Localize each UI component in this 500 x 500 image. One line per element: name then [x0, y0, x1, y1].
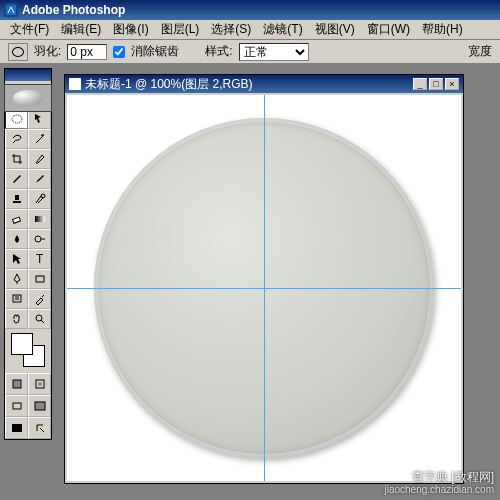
antialias-label: 消除锯齿 — [131, 43, 179, 60]
document-icon — [69, 78, 81, 90]
color-swatches — [5, 329, 51, 373]
style-label: 样式: — [205, 43, 232, 60]
document-window: 未标题-1 @ 100%(图层 2,RGB) _ □ × — [64, 74, 464, 484]
screen-mode-1[interactable] — [5, 395, 28, 417]
svg-rect-19 — [13, 403, 21, 409]
marquee-shape-button[interactable] — [8, 43, 28, 61]
minimize-button[interactable]: _ — [413, 78, 427, 90]
brush-tool[interactable] — [28, 169, 51, 189]
feather-label: 羽化: — [34, 43, 61, 60]
svg-point-7 — [35, 236, 41, 242]
menu-edit[interactable]: 编辑(E) — [55, 19, 107, 40]
toolbox-titlebar[interactable] — [5, 69, 51, 81]
eraser-tool[interactable] — [5, 209, 28, 229]
foreground-color[interactable] — [11, 333, 33, 355]
watermark-main: 查字典 [教程网] — [384, 470, 494, 484]
canvas[interactable] — [67, 95, 461, 481]
menu-view[interactable]: 视图(V) — [309, 19, 361, 40]
screen-mode-3[interactable] — [5, 417, 28, 439]
workspace: T 未标题-1 @ 100%(图层 2,RGB) _ □ — [0, 64, 500, 500]
heal-tool[interactable] — [5, 169, 28, 189]
app-titlebar: Adobe Photoshop — [0, 0, 500, 20]
wand-tool[interactable] — [28, 129, 51, 149]
jump-to[interactable] — [28, 417, 51, 439]
svg-rect-5 — [12, 217, 20, 223]
svg-line-15 — [41, 320, 44, 323]
menu-select[interactable]: 选择(S) — [205, 19, 257, 40]
toolbox: T — [4, 68, 52, 440]
hand-tool[interactable] — [5, 309, 28, 329]
antialias-checkbox[interactable] — [113, 46, 125, 58]
eyedropper-tool[interactable] — [28, 289, 51, 309]
app-icon — [4, 3, 18, 17]
width-label: 宽度 — [468, 43, 492, 60]
svg-text:T: T — [36, 252, 44, 266]
history-brush-tool[interactable] — [28, 189, 51, 209]
screen-mode-2[interactable] — [28, 395, 51, 417]
document-titlebar[interactable]: 未标题-1 @ 100%(图层 2,RGB) _ □ × — [65, 75, 463, 93]
menu-layer[interactable]: 图层(L) — [155, 19, 206, 40]
maximize-button[interactable]: □ — [429, 78, 443, 90]
svg-rect-6 — [35, 216, 45, 222]
close-button[interactable]: × — [445, 78, 459, 90]
menu-image[interactable]: 图像(I) — [107, 19, 154, 40]
zoom-tool[interactable] — [28, 309, 51, 329]
svg-rect-16 — [13, 380, 21, 388]
svg-rect-10 — [36, 276, 44, 282]
svg-point-1 — [12, 115, 22, 123]
notes-tool[interactable] — [5, 289, 28, 309]
options-bar: 羽化: 消除锯齿 样式: 正常 宽度 — [0, 40, 500, 64]
guide-horizontal[interactable] — [67, 288, 461, 289]
svg-point-18 — [38, 382, 42, 386]
watermark-sub: jiaocheng.chazidian.com — [384, 484, 494, 496]
blur-tool[interactable] — [5, 229, 28, 249]
pen-tool[interactable] — [5, 269, 28, 289]
menu-filter[interactable]: 滤镜(T) — [257, 19, 308, 40]
svg-rect-3 — [13, 201, 21, 203]
type-tool[interactable]: T — [28, 249, 51, 269]
svg-rect-21 — [12, 424, 22, 432]
dodge-tool[interactable] — [28, 229, 51, 249]
standard-mode[interactable] — [5, 373, 28, 395]
navigator-thumb[interactable] — [4, 84, 52, 112]
svg-rect-2 — [15, 195, 19, 200]
menu-window[interactable]: 窗口(W) — [361, 19, 416, 40]
marquee-tool[interactable] — [5, 109, 28, 129]
document-title: 未标题-1 @ 100%(图层 2,RGB) — [85, 76, 253, 93]
quickmask-mode[interactable] — [28, 373, 51, 395]
stamp-tool[interactable] — [5, 189, 28, 209]
shape-tool[interactable] — [28, 269, 51, 289]
path-select-tool[interactable] — [5, 249, 28, 269]
gradient-tool[interactable] — [28, 209, 51, 229]
menu-help[interactable]: 帮助(H) — [416, 19, 469, 40]
watermark: 查字典 [教程网] jiaocheng.chazidian.com — [384, 470, 494, 496]
slice-tool[interactable] — [28, 149, 51, 169]
svg-rect-20 — [35, 402, 45, 410]
menubar: 文件(F) 编辑(E) 图像(I) 图层(L) 选择(S) 滤镜(T) 视图(V… — [0, 20, 500, 40]
menu-file[interactable]: 文件(F) — [4, 19, 55, 40]
style-select[interactable]: 正常 — [239, 43, 309, 61]
app-title: Adobe Photoshop — [22, 3, 125, 17]
lasso-tool[interactable] — [5, 129, 28, 149]
move-tool[interactable] — [28, 109, 51, 129]
crop-tool[interactable] — [5, 149, 28, 169]
feather-input[interactable] — [67, 44, 107, 60]
